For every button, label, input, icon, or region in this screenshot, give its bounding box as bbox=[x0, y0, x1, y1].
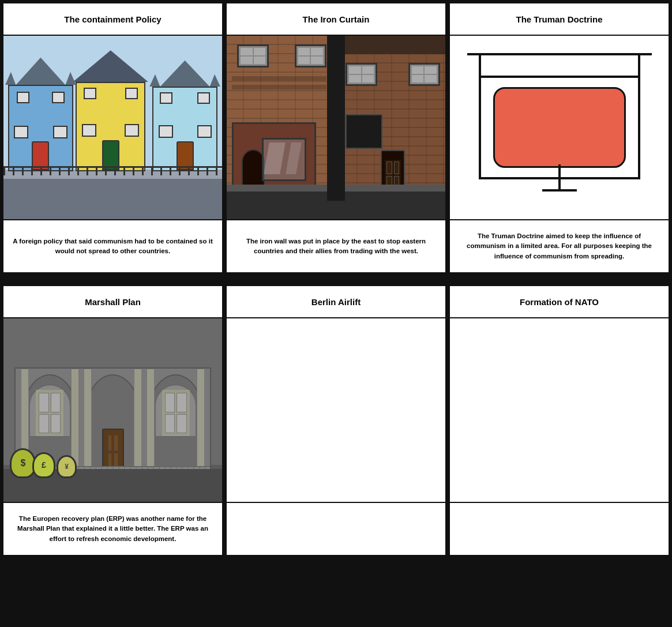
iron-curtain-header: The Iron Curtain bbox=[227, 3, 445, 36]
truman-doctrine-cell: The Truman Doctrine The Truman Doctrine … bbox=[449, 2, 670, 273]
marshall-plan-image: $ £ ¥ bbox=[3, 318, 222, 503]
containment-policy-cell: The containment Policy bbox=[2, 2, 223, 273]
berlin-airlift-image bbox=[227, 318, 445, 503]
containment-policy-image bbox=[3, 36, 222, 220]
top-grid: The containment Policy bbox=[0, 0, 672, 276]
nato-cell: Formation of NATO bbox=[449, 285, 670, 556]
bottom-grid: Marshall Plan bbox=[0, 283, 672, 558]
iron-curtain-image bbox=[227, 36, 445, 220]
berlin-airlift-header: Berlin Airlift bbox=[227, 286, 445, 318]
containment-policy-description: A foreign policy that said communism had… bbox=[3, 220, 222, 272]
berlin-airlift-description bbox=[227, 503, 445, 555]
berlin-airlift-cell: Berlin Airlift bbox=[226, 285, 446, 556]
marshall-plan-header: Marshall Plan bbox=[3, 286, 222, 318]
truman-doctrine-header: The Truman Doctrine bbox=[450, 3, 669, 36]
marshall-plan-cell: Marshall Plan bbox=[2, 285, 223, 556]
marshall-plan-description: The Europen recovery plan (ERP) was anot… bbox=[3, 503, 222, 555]
iron-curtain-description: The iron wall was put in place by the ea… bbox=[227, 220, 445, 272]
nato-header: Formation of NATO bbox=[450, 286, 669, 318]
containment-policy-header: The containment Policy bbox=[3, 3, 222, 36]
iron-curtain-cell: The Iron Curtain bbox=[226, 2, 446, 273]
nato-image bbox=[450, 318, 669, 503]
truman-doctrine-image bbox=[450, 36, 669, 220]
nato-description bbox=[450, 503, 669, 555]
truman-doctrine-description: The Truman Doctrine aimed to keep the in… bbox=[450, 220, 669, 272]
section-divider bbox=[0, 276, 672, 283]
